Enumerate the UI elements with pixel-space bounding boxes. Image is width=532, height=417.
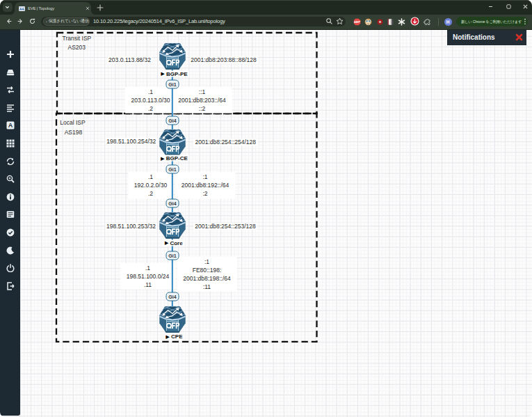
link-label-line: .2 xyxy=(131,104,170,113)
pill-core-gi4[interactable]: Gi4 xyxy=(166,199,179,208)
security-chip[interactable]: 保護されていない通信 xyxy=(43,17,90,26)
extension-asterisk-icon[interactable] xyxy=(398,18,405,26)
node-name-text: CPE xyxy=(171,333,182,340)
pill-pe-gi1[interactable]: Gi1 xyxy=(166,80,179,89)
toolbar-separator xyxy=(438,18,439,26)
warning-icon xyxy=(46,19,47,25)
links-exchange-icon[interactable] xyxy=(6,86,15,94)
link2-left-label: .1192.0.2.0/30.2 xyxy=(128,172,173,199)
link-label-line: .2 xyxy=(134,189,167,198)
dark-mode-icon[interactable] xyxy=(6,246,15,255)
page-viewport: A Transit ISP AS203 Local ISP AS198 .120… xyxy=(0,30,532,417)
link-label-line: 192.0.2.0/30 xyxy=(134,181,167,189)
link-label-line: :2 xyxy=(182,189,229,198)
extension-abp-icon[interactable]: ABP xyxy=(353,18,361,26)
link-label-line: :11 xyxy=(183,283,231,291)
core-ip-left: 198.51.100.253/32 xyxy=(105,223,157,230)
group-local-label1: Local ISP xyxy=(60,119,85,126)
logs-icon[interactable] xyxy=(6,210,15,219)
play-icon: ▶ xyxy=(161,155,164,161)
link-label-line: ::1 xyxy=(178,87,226,95)
notifications-close-icon[interactable] xyxy=(515,33,523,41)
node-bgp-ce-icon[interactable] xyxy=(159,129,186,157)
browser-tab[interactable]: EVE | Topology xyxy=(15,2,91,15)
notifications-panel: Notifications xyxy=(447,30,526,45)
menu-kebab-icon[interactable] xyxy=(522,18,528,25)
profile-initial: H xyxy=(446,19,450,24)
bgp-pe-ip-right: 2001:db8:203:88::88/128 xyxy=(189,56,258,63)
tab-search-button[interactable] xyxy=(3,3,13,12)
bgp-ce-ip-left: 198.51.100.254/32 xyxy=(105,138,157,145)
extension-book-icon[interactable] xyxy=(387,18,394,26)
link-label-line: .1 xyxy=(131,87,170,95)
back-button[interactable] xyxy=(5,17,13,25)
pill-cpe-gi4[interactable]: Gi4 xyxy=(166,292,179,301)
play-icon: ▶ xyxy=(161,71,164,77)
pill-ce-gi4[interactable]: Gi4 xyxy=(166,116,179,125)
node-name-text: Core xyxy=(170,239,182,246)
more-actions-icon[interactable] xyxy=(6,139,15,148)
node-name-text: BGP-PE xyxy=(166,70,188,77)
tab-close-icon[interactable] xyxy=(85,6,90,11)
svg-text:A: A xyxy=(8,123,13,129)
profile-avatar[interactable]: H xyxy=(444,18,452,26)
eve-favicon xyxy=(19,6,25,12)
notifications-title: Notifications xyxy=(453,33,495,41)
bgp-ce-ip-right: 2001:db8:254::254/128 xyxy=(194,139,257,145)
node-bgp-pe-name: ▶BGP-PE xyxy=(159,70,188,77)
link-label-line: 2001:db8:192::/64 xyxy=(182,181,229,189)
link-label-line: .1 xyxy=(134,173,167,181)
browser-window: EVE | Topology 保護されていない通信 10.10.20.225/l… xyxy=(0,0,532,417)
logout-icon[interactable] xyxy=(6,282,15,290)
group-transit-label2: AS203 xyxy=(68,44,86,51)
bookmark-star-icon[interactable] xyxy=(336,17,344,25)
chrome-update-button[interactable]: 新しい Chrome をご利用いただけます xyxy=(456,17,528,26)
node-bgp-ce-name: ▶BGP-CE xyxy=(159,155,189,162)
node-core-icon[interactable] xyxy=(159,212,186,239)
zoom-icon[interactable] xyxy=(325,17,333,25)
extension-record-icon[interactable] xyxy=(410,17,419,26)
local-isp-box[interactable] xyxy=(56,113,317,342)
link-label-line: :1 xyxy=(183,257,231,265)
window-close-button[interactable] xyxy=(522,3,529,10)
window-minimize-button[interactable] xyxy=(487,3,494,10)
window-maximize-button[interactable] xyxy=(505,3,513,10)
tab-title: EVE | Topology xyxy=(28,6,81,10)
forward-button[interactable] xyxy=(17,17,24,25)
extensions-puzzle-icon[interactable] xyxy=(424,18,431,26)
link3-left-label: .1198.51.100.0/24.11 xyxy=(120,262,175,290)
chevron-down-icon xyxy=(5,5,10,10)
link-label-line: 198.51.100.0/24 xyxy=(127,272,169,280)
power-icon[interactable] xyxy=(6,264,15,272)
add-object-icon[interactable] xyxy=(6,50,15,58)
eve-sidebar: A xyxy=(0,30,20,416)
bgp-pe-ip-left: 203.0.113.88/32 xyxy=(107,56,152,63)
new-tab-button[interactable] xyxy=(96,3,104,12)
zoom-in-icon[interactable] xyxy=(6,175,15,183)
startup-configs-icon[interactable] xyxy=(6,104,15,112)
node-bgp-pe-icon[interactable] xyxy=(159,42,186,70)
nodes-icon[interactable] xyxy=(6,68,15,77)
text-icon[interactable]: A xyxy=(6,121,15,129)
node-cpe-icon[interactable] xyxy=(159,306,186,333)
node-cpe-name: ▶CPE xyxy=(165,333,184,340)
link3-right-label: :1FE80::198:2001:db8:198::/64:11 xyxy=(177,256,237,292)
link-label-line: :1 xyxy=(182,173,229,181)
pill-ce-gi1[interactable]: Gi1 xyxy=(166,164,179,173)
extension-red-dot-icon[interactable] xyxy=(376,18,384,26)
refresh-icon[interactable] xyxy=(6,157,15,166)
link-label-line: .11 xyxy=(127,281,169,289)
extension-monkey-icon[interactable] xyxy=(364,18,372,26)
link-label-line: FE80::198: xyxy=(183,265,231,274)
group-boxes xyxy=(20,30,532,417)
configured-icon[interactable] xyxy=(6,228,15,237)
node-name-text: BGP-CE xyxy=(166,155,188,162)
link2-right-label: :12001:db8:192::/64:2 xyxy=(175,172,236,199)
link-label-line: 2001:db8:203::/64 xyxy=(178,95,226,104)
pill-core-gi1[interactable]: Gi1 xyxy=(166,251,179,260)
play-icon: ▶ xyxy=(165,240,168,246)
core-ip-right: 2001:db8:254::253/128 xyxy=(193,223,257,230)
reload-button[interactable] xyxy=(29,17,36,25)
status-info-icon[interactable] xyxy=(6,193,15,201)
link-label-line: 203.0.113.0/30 xyxy=(131,95,170,104)
